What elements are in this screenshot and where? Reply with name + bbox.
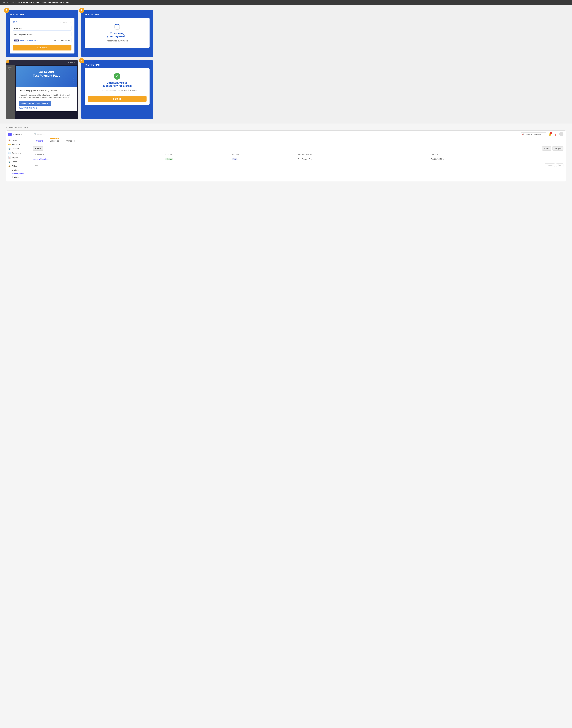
tutorials-label: Tutorials (12, 133, 20, 135)
step-4-card: 4 FAST FORMS ✓ Congrats, you've successf… (81, 60, 153, 119)
dot-2 (73, 80, 74, 81)
sub-subscriptions-label: Subscriptions (12, 173, 24, 175)
step-3-sidebar-label: FAST F... (6, 65, 15, 72)
nav-home-label: Home (12, 139, 17, 141)
dash-main: 🔍 Search... 📢 Feedback about this page? … (30, 131, 566, 181)
customer-email: aunt.may@email.com (32, 158, 165, 160)
testing-label: TESTING 3DS: (3, 1, 16, 4)
log-in-button[interactable]: LOG IN (88, 96, 147, 102)
dash-sidebar: S Tutorials ▾ 🏠 Home 💳 Payments ⚖️ Balan… (6, 131, 30, 181)
success-container: ✓ Congrats, you've successfully register… (88, 71, 147, 95)
table-footer: 1 result Previous Next (32, 162, 563, 167)
card-number-display: 4000 0025 0000 3155 (20, 39, 53, 42)
fail-auth-link[interactable]: FAIL AUTHENTICATION (19, 107, 74, 109)
tab-canceled[interactable]: Canceled (63, 138, 78, 144)
processing-title: Processing your payment... (107, 32, 127, 38)
pricing-plan-cell: Fast Forms • Pro (298, 158, 431, 160)
search-icon: 🔍 (34, 133, 37, 135)
test-data-badge: TEST DATA (50, 138, 59, 139)
success-icon: ✓ (114, 73, 121, 80)
nav-radar-label: Radar (12, 161, 17, 163)
dot-1 (73, 78, 74, 79)
sidebar-logo[interactable]: S Tutorials ▾ (6, 133, 30, 138)
step-1-title: FAST FORMS (10, 13, 74, 16)
dot-3 (73, 82, 74, 83)
tab-canceled-label: Canceled (66, 140, 75, 142)
step-2-title: FAST FORMS (85, 13, 150, 16)
help-icon: ❓ (554, 133, 557, 136)
complete-auth-link[interactable]: COMPLETE AUTHENTICATION (41, 1, 69, 4)
top-bar: TESTING 3DS: 4000 0025 0000 3155 COMPLET… (0, 0, 572, 5)
name-field[interactable]: Aunt May (13, 26, 71, 31)
pagination: Previous Next (545, 164, 563, 167)
sidebar-item-radar[interactable]: 📡 Radar (6, 160, 30, 164)
step-2-inner: Processing your payment... Please wait a… (85, 18, 150, 48)
nav-payments-label: Payments (12, 143, 20, 145)
step-3-body: FAST F... 3D Secure Test Payment Page (6, 65, 78, 119)
customers-icon: 👥 (8, 152, 11, 154)
step-3-sidebar: FAST F... (6, 65, 15, 119)
col-customer[interactable]: CUSTOMER (32, 154, 165, 156)
step-2-number: 2 (79, 8, 84, 13)
secure-body-sub: In live mode, customers will be asked to… (19, 94, 74, 99)
filter-icon: ▼ (34, 147, 36, 149)
search-bar[interactable]: 🔍 Search... (32, 132, 519, 136)
header-actions: 📢 Feedback about this page? 🔔 1 ❓ (521, 132, 563, 136)
col-status: STATUS (165, 154, 232, 156)
step-1-inner: PRO $35.00 / month Aunt May aunt.may@ema… (10, 18, 74, 54)
status-cell: Active (165, 158, 232, 160)
row-actions-button[interactable]: ··· (445, 158, 448, 160)
notification-badge: 1 (550, 132, 552, 134)
card-meta: 04 / 24 242 42424 (54, 40, 70, 41)
tab-scheduled-label: Scheduled (50, 140, 59, 142)
previous-button[interactable]: Previous (545, 164, 555, 167)
notifications-button[interactable]: 🔔 1 (548, 132, 552, 136)
nav-billing-label: Billing (12, 165, 17, 167)
secure-page-header: 3D Secure Test Payment Page (16, 66, 77, 87)
plan-price: $35.00 / month (59, 21, 71, 23)
sidebar-sub-invoices[interactable]: Invoices (6, 168, 30, 172)
sidebar-item-payments[interactable]: 💳 Payments (6, 142, 30, 146)
loading-spinner (114, 24, 120, 30)
sidebar-item-billing[interactable]: 💰 Billing (6, 164, 30, 168)
email-field[interactable]: aunt.may@email.com (13, 32, 71, 37)
sidebar-item-balances[interactable]: ⚖️ Balances (6, 146, 30, 151)
new-button[interactable]: + New (542, 146, 551, 150)
export-button[interactable]: ↗ Export (552, 146, 563, 150)
sub-invoices-label: Invoices (12, 169, 18, 171)
feedback-button[interactable]: 📢 Feedback about this page? (521, 132, 546, 136)
result-count: 1 result (32, 164, 39, 166)
table-row[interactable]: aunt.may@email.com Active Auto Fast Form… (32, 157, 563, 162)
tab-current-label: Current (36, 140, 43, 142)
tabs-row: Current TEST DATA Scheduled Canceled (30, 138, 566, 144)
feedback-label: Feedback about this page? (525, 133, 545, 135)
tab-current[interactable]: Current (32, 138, 46, 144)
sidebar-sub-products[interactable]: Products (6, 176, 30, 179)
cancel-label[interactable]: CANCEL (68, 62, 76, 63)
pay-now-button[interactable]: PAY NOW (13, 45, 71, 51)
sidebar-sub-subscriptions[interactable]: Subscriptions (6, 172, 30, 176)
next-button[interactable]: Next (556, 164, 563, 167)
filter-button[interactable]: ▼ Filter (32, 146, 43, 150)
visa-badge: VISA (14, 40, 19, 42)
tab-scheduled[interactable]: TEST DATA Scheduled (46, 138, 63, 144)
stripe-logo: S (8, 133, 12, 136)
plan-name: PRO (13, 21, 17, 23)
success-title: Congrats, you've successfully registered… (102, 81, 132, 87)
sidebar-item-reports[interactable]: 📊 Reports (6, 155, 30, 160)
step-2-card: 2 FAST FORMS Processing your payment... … (81, 10, 153, 57)
table-area: ▼ Filter + New ↗ Export CUSTOMER STATUS … (30, 144, 566, 169)
billing-cell: Auto (232, 158, 298, 160)
complete-auth-button[interactable]: COMPLETE AUTHENTICATION (19, 101, 51, 106)
billing-icon: 💰 (8, 165, 11, 167)
col-billing: BILLING (232, 154, 298, 156)
col-pricing-plan[interactable]: PRICING PLAN (298, 154, 431, 156)
avatar[interactable] (559, 132, 563, 136)
table-toolbar: ▼ Filter + New ↗ Export (32, 146, 563, 150)
dashboard-title: STRIPE DASHBOARD (6, 126, 566, 128)
secure-page-body: This is a test payment of $35.00 using 3… (16, 87, 77, 111)
help-button[interactable]: ❓ (554, 132, 558, 136)
filter-label: Filter (37, 147, 41, 149)
sidebar-item-home[interactable]: 🏠 Home (6, 138, 30, 142)
sidebar-item-customers[interactable]: 👥 Customers (6, 151, 30, 155)
